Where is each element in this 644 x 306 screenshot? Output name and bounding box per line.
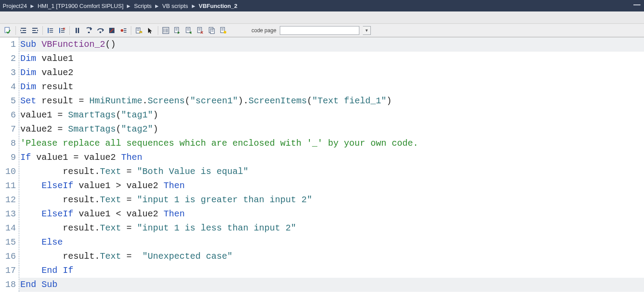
line-number: 1 — [0, 38, 16, 52]
svg-rect-19 — [211, 30, 213, 30]
svg-point-12 — [164, 30, 164, 31]
object-list-icon[interactable] — [160, 26, 171, 35]
code-line[interactable]: Dim result — [19, 80, 644, 94]
code-editor[interactable]: 123456789101112131415161718 Sub VBFuncti… — [0, 37, 644, 292]
token-txt — [20, 181, 42, 191]
code-line[interactable]: ElseIf value1 < value2 Then — [19, 207, 644, 221]
check-script-icon[interactable] — [3, 26, 13, 35]
line-number: 9 — [0, 151, 16, 165]
toolbar-separator — [69, 26, 70, 35]
token-mem: Screens — [148, 96, 185, 106]
breadcrumb-0[interactable]: Project24 — [3, 3, 27, 9]
codepage-label: code page — [252, 27, 276, 34]
pause-icon[interactable] — [72, 26, 83, 35]
code-line[interactable]: result.Text = "input 1 is greater than i… — [19, 193, 644, 207]
token-txt — [20, 265, 42, 276]
token-txt: result. — [20, 251, 100, 261]
token-txt: result = — [36, 96, 89, 106]
token-txt: value2 = — [20, 124, 68, 134]
breadcrumb-2[interactable]: Scripts — [134, 3, 152, 9]
token-kw: Then — [164, 181, 185, 191]
token-kw: Dim — [20, 68, 36, 78]
step-over-icon[interactable] — [95, 26, 106, 35]
token-fn: VBFunction_2 — [42, 39, 105, 49]
code-line[interactable]: If value1 = value2 Then — [19, 151, 644, 165]
svg-rect-2 — [78, 28, 79, 33]
title-bar: Project24 ▶ HMI_1 [TP1900 Comfort SIPLUS… — [0, 0, 644, 11]
svg-point-6 — [121, 29, 123, 32]
code-line[interactable]: End If — [19, 264, 644, 278]
code-line[interactable]: value2 = SmartTags("tag2") — [19, 122, 644, 136]
token-str: "tag2" — [121, 124, 153, 134]
bookmark-prev-icon[interactable] — [183, 26, 194, 35]
svg-rect-20 — [211, 31, 213, 31]
stop-icon[interactable] — [107, 26, 117, 35]
token-kw: End Sub — [20, 280, 57, 290]
breakpoint-icon[interactable] — [118, 26, 129, 35]
line-number: 16 — [0, 249, 16, 264]
breadcrumb-4[interactable]: VBFunction_2 — [199, 3, 237, 9]
token-txt: ) — [386, 96, 392, 106]
toolbar-separator — [131, 26, 131, 35]
line-number: 2 — [0, 52, 16, 66]
indent-right-icon[interactable] — [18, 26, 29, 35]
code-line[interactable]: result.Text = "Unexpected case" — [19, 249, 644, 264]
token-mem: Text — [100, 195, 121, 205]
breadcrumb-sep-icon: ▶ — [155, 4, 159, 8]
svg-rect-8 — [137, 29, 139, 29]
token-str: "input 1 is less than input 2" — [137, 223, 296, 233]
token-txt: value1 > value2 — [73, 181, 164, 191]
svg-rect-9 — [137, 30, 139, 30]
toggle-bookmark-icon[interactable] — [133, 26, 144, 35]
token-kw: Dim — [20, 53, 36, 64]
codepage-select[interactable] — [280, 26, 359, 35]
copy-tag-icon[interactable] — [206, 26, 217, 35]
code-line[interactable]: result.Text = "input 1 is less than inpu… — [19, 221, 644, 235]
format-code-icon[interactable] — [45, 26, 56, 35]
token-mem: Text — [100, 251, 121, 261]
line-number: 7 — [0, 122, 16, 136]
code-line[interactable]: Set result = HmiRuntime.Screens("screen1… — [19, 94, 644, 108]
indent-left-icon[interactable] — [30, 26, 40, 35]
breadcrumb-3[interactable]: VB scripts — [162, 3, 188, 9]
token-txt: value1 < value2 — [73, 209, 164, 219]
token-kw: Set — [20, 96, 36, 106]
code-line[interactable]: Dim value2 — [19, 66, 644, 80]
code-line[interactable]: result.Text = "Both Value is equal" — [19, 165, 644, 179]
token-txt: () — [105, 39, 116, 49]
code-line[interactable]: Else — [19, 235, 644, 249]
line-number: 4 — [0, 80, 16, 94]
ribbon-strip — [0, 11, 644, 24]
token-kw: Then — [164, 209, 185, 219]
token-txt: ( — [116, 124, 121, 134]
bookmark-clear-icon[interactable] — [195, 26, 206, 35]
svg-rect-1 — [76, 28, 77, 33]
line-number: 3 — [0, 66, 16, 80]
token-txt: value1 = value2 — [31, 152, 121, 162]
toolbar-separator — [158, 26, 158, 35]
line-number: 14 — [0, 221, 16, 235]
token-txt: ( — [185, 96, 190, 106]
token-txt: value1 = — [20, 110, 68, 120]
token-txt: . — [142, 96, 148, 106]
cursor-icon[interactable] — [145, 26, 156, 35]
code-area[interactable]: Sub VBFunction_2()Dim value1Dim value2Di… — [19, 38, 644, 292]
codepage-dropdown-icon[interactable]: ▼ — [363, 26, 371, 35]
code-line[interactable]: Dim value1 — [19, 52, 644, 66]
highlight-icon[interactable] — [218, 26, 229, 35]
step-into-icon[interactable] — [84, 26, 94, 35]
code-line[interactable]: ElseIf value1 > value2 Then — [19, 179, 644, 193]
clear-format-icon[interactable] — [57, 26, 67, 35]
line-number: 11 — [0, 179, 16, 193]
minimize-button[interactable]: — — [633, 2, 640, 8]
token-txt: ). — [238, 96, 248, 106]
code-line[interactable]: End Sub — [19, 278, 644, 292]
token-txt: result. — [20, 195, 100, 205]
code-line[interactable]: Sub VBFunction_2() — [19, 38, 644, 52]
bookmark-next-icon[interactable] — [172, 26, 183, 35]
breadcrumb-1[interactable]: HMI_1 [TP1900 Comfort SIPLUS] — [38, 3, 123, 9]
line-number: 18 — [0, 278, 16, 292]
token-str: "screen1" — [190, 96, 238, 106]
code-line[interactable]: value1 = SmartTags("tag1") — [19, 108, 644, 122]
code-line[interactable]: 'Please replace all sequences which are … — [19, 136, 644, 151]
